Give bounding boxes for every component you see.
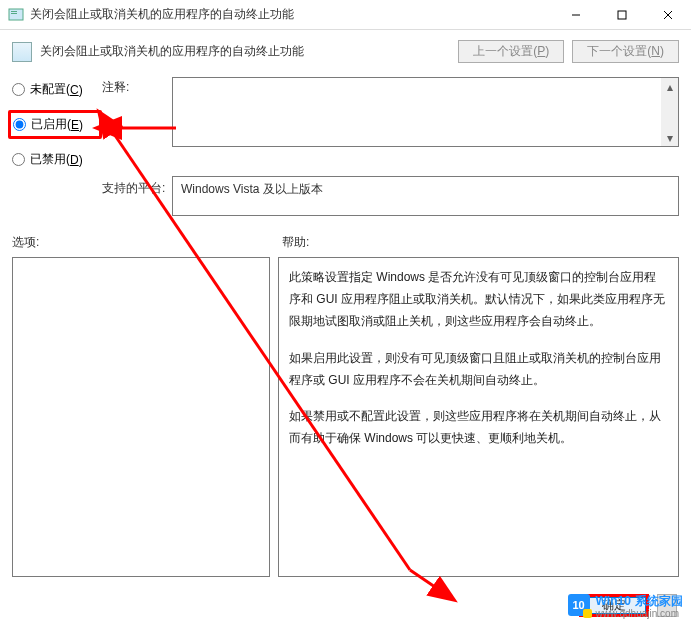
header-bar: 关闭会阻止或取消关机的应用程序的自动终止功能 上一个设置(P) 下一个设置(N) (0, 30, 691, 77)
header-title: 关闭会阻止或取消关机的应用程序的自动终止功能 (40, 43, 450, 60)
options-pane (12, 257, 270, 577)
scroll-down-icon[interactable]: ▾ (661, 129, 678, 146)
radio-enabled-input[interactable] (13, 118, 26, 131)
radio-disabled-input[interactable] (12, 153, 25, 166)
help-paragraph: 如果启用此设置，则没有可见顶级窗口且阻止或取消关机的控制台应用程序或 GUI 应… (289, 347, 668, 391)
policy-icon (12, 42, 32, 62)
svg-rect-2 (11, 13, 17, 14)
app-icon (8, 7, 24, 23)
title-bar: 关闭会阻止或取消关机的应用程序的自动终止功能 (0, 0, 691, 30)
watermark-url: www.qdhuajin.com (596, 608, 683, 619)
comment-textarea[interactable]: ▴ ▾ (172, 77, 679, 147)
help-paragraph: 如果禁用或不配置此设置，则这些应用程序将在关机期间自动终止，从而有助于确保 Wi… (289, 405, 668, 449)
svg-rect-0 (9, 9, 23, 20)
comment-scrollbar[interactable]: ▴ ▾ (661, 78, 678, 146)
supported-platform-box: Windows Vista 及以上版本 (172, 176, 679, 216)
svg-rect-1 (11, 11, 17, 12)
radio-enabled[interactable]: 已启用(E) (13, 116, 94, 133)
minimize-button[interactable] (553, 0, 599, 29)
maximize-button[interactable] (599, 0, 645, 29)
help-paragraph: 此策略设置指定 Windows 是否允许没有可见顶级窗口的控制台应用程序和 GU… (289, 266, 668, 333)
radio-not-configured[interactable]: 未配置(C) (12, 81, 102, 98)
previous-setting-button[interactable]: 上一个设置(P) (458, 40, 564, 63)
window-title: 关闭会阻止或取消关机的应用程序的自动终止功能 (30, 6, 553, 23)
scroll-up-icon[interactable]: ▴ (661, 78, 678, 95)
comment-label: 注释: (102, 77, 172, 168)
options-label: 选项: (12, 234, 282, 251)
watermark: 10 Win10 系统家园 www.qdhuajin.com (568, 591, 683, 619)
close-button[interactable] (645, 0, 691, 29)
svg-rect-4 (618, 11, 626, 19)
platform-label: 支持的平台: (102, 176, 172, 216)
help-label: 帮助: (282, 234, 309, 251)
radio-disabled[interactable]: 已禁用(D) (12, 151, 102, 168)
highlight-enabled: 已启用(E) (8, 110, 102, 139)
watermark-badge: 10 (568, 594, 590, 616)
help-pane: 此策略设置指定 Windows 是否允许没有可见顶级窗口的控制台应用程序和 GU… (278, 257, 679, 577)
next-setting-button[interactable]: 下一个设置(N) (572, 40, 679, 63)
state-radio-group: 未配置(C) 已启用(E) 已禁用(D) (12, 81, 102, 168)
radio-not-configured-input[interactable] (12, 83, 25, 96)
